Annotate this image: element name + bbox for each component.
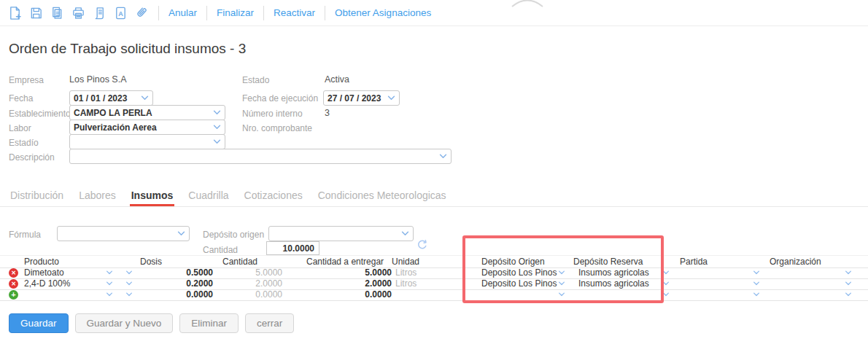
chevron-down-icon <box>213 125 221 130</box>
producto-cell: 2,4-D 100% <box>24 278 70 289</box>
delete-row-icon[interactable] <box>9 279 18 289</box>
organizacion-dropdown-icon[interactable] <box>845 292 852 297</box>
eliminar-button[interactable]: Eliminar <box>179 313 239 333</box>
dosis-dropdown-icon[interactable] <box>125 292 133 297</box>
cantidad-a-entregar-cell[interactable]: 5.0000 <box>332 267 392 278</box>
save-icon[interactable] <box>28 5 43 20</box>
deposito-origen-dropdown-icon[interactable] <box>558 281 565 286</box>
toolbar: A Anular Finalizar Reactivar Obtener Asi… <box>0 0 868 26</box>
reactivar-button[interactable]: Reactivar <box>274 7 315 18</box>
estadio-label: Estadío <box>9 138 39 148</box>
numero-interno-label: Número interno <box>242 109 303 119</box>
toolbar-separator <box>263 6 264 20</box>
unidad-cell: Litros <box>395 267 416 278</box>
partida-dropdown-icon[interactable] <box>753 270 760 275</box>
col-partida: Partida <box>680 257 708 267</box>
tab-insumos[interactable]: Insumos <box>130 188 175 206</box>
establecimiento-value: CAMPO LA PERLA <box>74 108 152 118</box>
organizacion-dropdown-icon[interactable] <box>845 281 852 286</box>
numero-interno-value: 3 <box>325 108 330 118</box>
tab-cuadrilla[interactable]: Cuadrilla <box>187 188 230 206</box>
fecha-field[interactable]: 01 / 01 / 2023 <box>69 90 153 106</box>
receipt-icon[interactable] <box>92 5 106 20</box>
labor-select[interactable]: Pulverización Aerea <box>69 120 225 135</box>
deposito-reserva-cell[interactable]: Insumos agricolas <box>578 267 649 278</box>
cantidad-a-entregar-cell[interactable]: 0.0000 <box>332 289 392 300</box>
deposito-origen-cell[interactable]: Deposito Los Pinos <box>481 278 557 289</box>
unidad-cell: Litros <box>395 278 416 289</box>
partida-dropdown-icon[interactable] <box>753 281 760 286</box>
fecha-ejecucion-field[interactable]: 27 / 07 / 2023 <box>323 90 400 106</box>
deposito-reserva-dropdown-icon[interactable] <box>662 292 670 297</box>
svg-text:A: A <box>118 9 123 17</box>
producto-dropdown-icon[interactable] <box>106 270 113 275</box>
producto-cell: Dimetoato <box>24 267 64 278</box>
col-deposito-reserva: Depósito Reserva <box>573 257 643 267</box>
estado-label: Estado <box>242 75 269 85</box>
footer-buttons: Guardar Guardar y Nuevo Eliminar cerrar <box>9 313 294 333</box>
chevron-down-icon <box>401 231 409 236</box>
deposito-origen-dropdown-icon[interactable] <box>558 292 565 297</box>
cantidad-input[interactable]: 10.0000 <box>266 241 319 255</box>
formula-select[interactable] <box>57 226 190 241</box>
guardar-button[interactable]: Guardar <box>9 313 69 333</box>
text-document-icon[interactable]: A <box>113 5 128 20</box>
anular-button[interactable]: Anular <box>168 7 197 18</box>
fecha-value: 01 / 01 / 2023 <box>74 93 127 103</box>
add-row-icon[interactable] <box>9 290 18 300</box>
print-icon[interactable] <box>71 5 85 20</box>
toolbar-separator <box>206 6 207 20</box>
tab-labores[interactable]: Labores <box>77 188 117 206</box>
deposito-reserva-cell[interactable]: Insumos agricolas <box>578 278 649 289</box>
new-document-icon[interactable] <box>7 5 22 20</box>
page-title: Orden de Trabajo solicitud insumos - 3 <box>9 41 246 57</box>
cantidad-value: 10.0000 <box>283 243 314 254</box>
chevron-down-icon <box>387 95 395 101</box>
establecimiento-select[interactable]: CAMPO LA PERLA <box>69 105 225 120</box>
attachment-icon[interactable] <box>134 5 149 20</box>
labor-value: Pulverización Aerea <box>74 122 157 133</box>
labor-label: Labor <box>9 123 31 133</box>
cerrar-button[interactable]: cerrar <box>245 313 294 333</box>
producto-dropdown-icon[interactable] <box>106 281 113 286</box>
chevron-down-icon <box>213 110 221 115</box>
descripcion-label: Descripción <box>9 152 55 163</box>
deposito-origen-filter-select[interactable] <box>268 226 414 241</box>
col-cantidad-a-entregar: Cantidad a entregar <box>306 257 384 267</box>
table-row: Dimetoato 0.5000 5.0000 5.0000 Litros De… <box>0 267 868 279</box>
formula-label: Fórmula <box>9 230 41 240</box>
copy-icon[interactable] <box>50 5 64 20</box>
finalizar-button[interactable]: Finalizar <box>217 7 254 18</box>
dosis-dropdown-icon[interactable] <box>125 281 133 286</box>
estadio-select[interactable] <box>69 134 225 149</box>
tab-bar: Distribución Labores Insumos Cuadrilla C… <box>0 188 868 207</box>
producto-dropdown-icon[interactable] <box>106 292 113 297</box>
dosis-dropdown-icon[interactable] <box>125 270 133 275</box>
collapse-panel-icon[interactable] <box>511 0 544 8</box>
orden-trabajo-page: A Anular Finalizar Reactivar Obtener Asi… <box>0 0 868 344</box>
refresh-icon[interactable] <box>416 239 428 254</box>
deposito-reserva-dropdown-icon[interactable] <box>662 270 670 275</box>
cantidad-cell: 0.0000 <box>222 289 282 300</box>
chevron-down-icon <box>439 154 447 159</box>
deposito-reserva-dropdown-icon[interactable] <box>662 281 670 286</box>
fecha-label: Fecha <box>9 93 33 103</box>
deposito-origen-dropdown-icon[interactable] <box>558 270 565 275</box>
tab-condiciones-meteorologicas[interactable]: Condiciones Meteorologicas <box>317 188 448 206</box>
dosis-cell[interactable]: 0.2000 <box>153 278 213 289</box>
tab-cotizaciones[interactable]: Cotizaciones <box>243 188 304 206</box>
descripcion-field[interactable] <box>69 149 452 164</box>
deposito-origen-cell[interactable]: Deposito Los Pinos <box>481 267 557 278</box>
fecha-ejecucion-value: 27 / 07 / 2023 <box>328 93 381 103</box>
partida-dropdown-icon[interactable] <box>753 292 760 297</box>
tab-distribucion[interactable]: Distribución <box>9 188 65 206</box>
cantidad-cell: 5.0000 <box>222 267 282 278</box>
dosis-cell[interactable]: 0.5000 <box>153 267 213 278</box>
obtener-asignaciones-button[interactable]: Obtener Asignaciones <box>335 7 431 18</box>
dosis-cell[interactable]: 0.0000 <box>153 289 213 300</box>
cantidad-a-entregar-cell[interactable]: 2.0000 <box>332 278 392 289</box>
guardar-y-nuevo-button[interactable]: Guardar y Nuevo <box>75 313 174 333</box>
delete-row-icon[interactable] <box>9 268 18 278</box>
organizacion-dropdown-icon[interactable] <box>845 270 852 275</box>
table-row: 2,4-D 100% 0.2000 2.0000 2.0000 Litros D… <box>0 278 868 290</box>
